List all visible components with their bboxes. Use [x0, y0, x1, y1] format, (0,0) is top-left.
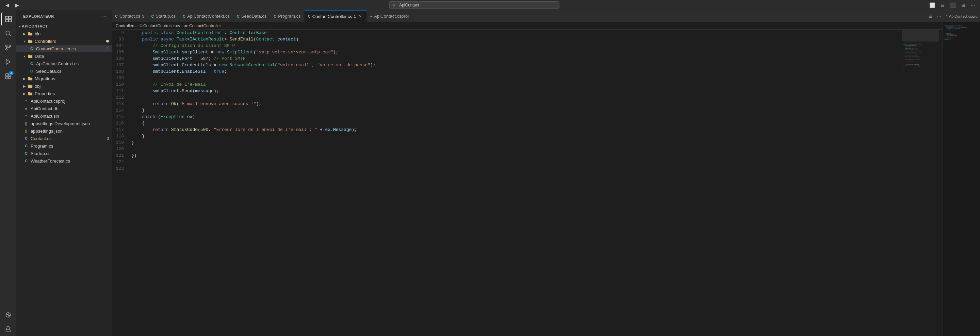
obj-arrow-icon: ▶: [22, 84, 27, 88]
tree-item-migrations[interactable]: ▶ Migrations: [16, 75, 111, 82]
tabs-bar: C Contact.cs 3 C Startup.cs C ApiContact…: [111, 10, 943, 22]
bin-label: bin: [35, 31, 111, 36]
svg-rect-1: [9, 16, 11, 19]
sidebar-header-actions: ···: [101, 13, 108, 20]
sln-file-icon: ≡: [23, 114, 29, 118]
obj-label: obj: [35, 84, 111, 89]
sidebar-header: EXPLORATEUR ···: [16, 10, 111, 22]
minimap-content: public class ContactController Task<IAct…: [902, 41, 939, 74]
right-panel-tabs: ≡ ApiContact.csproj ⊞ ···: [943, 10, 980, 22]
code-line-111: smtpClient.Send(message);: [131, 88, 902, 94]
code-line-122: [131, 159, 902, 165]
svg-point-6: [6, 45, 8, 47]
tab-icon-startup: C: [151, 14, 154, 18]
sidebar-more-button[interactable]: ···: [101, 13, 108, 20]
tree-item-sln[interactable]: ≡ ApiContact.sln: [16, 112, 111, 120]
code-line-117: return StatusCode(500, "Erreur lors de l…: [131, 127, 902, 133]
forward-button[interactable]: ▶: [13, 1, 21, 9]
data-label: Data: [35, 54, 111, 59]
breadcrumb: Controllers › CContactController.cs › Co…: [111, 22, 943, 30]
sidebar-title: EXPLORATEUR: [23, 14, 54, 18]
titlebar-search: [389, 2, 559, 9]
activity-test[interactable]: [2, 322, 15, 336]
tree-item-appsettingsdev[interactable]: {} appsettings.Development.json: [16, 120, 111, 127]
layout-btn-1[interactable]: ⬜: [928, 2, 937, 9]
tree-item-contact[interactable]: C Contact.cs 3: [16, 135, 111, 142]
tab-contactcontroller-cs[interactable]: C ContactController.cs 1 ✕: [305, 10, 367, 22]
tree-item-appsettings[interactable]: {} appsettings.json: [16, 127, 111, 135]
program-file-icon: C: [23, 144, 29, 148]
tree-item-bin[interactable]: ▶ bin: [16, 30, 111, 37]
tab-seeddata-cs[interactable]: C SeedData.cs: [234, 10, 270, 22]
tab-startup-cs[interactable]: C Startup.cs: [148, 10, 179, 22]
back-button[interactable]: ◀: [3, 1, 11, 9]
weatherforecast-label: WeatherForecast.cs: [30, 158, 111, 163]
properties-folder-icon: [27, 91, 33, 96]
tab-contact-cs[interactable]: C Contact.cs 3: [111, 10, 148, 22]
code-area: 9 93 104 105 106 107 108 109 110 111 112…: [111, 30, 943, 336]
contact-badge: 3: [104, 136, 109, 141]
layout-btn-2[interactable]: ⊟: [939, 2, 946, 9]
code-line-112: [131, 94, 902, 101]
svg-rect-3: [9, 19, 11, 22]
tree-item-csproj[interactable]: ≡ ApiContact.csproj: [16, 97, 111, 105]
tree-item-contactcontroller[interactable]: C ContactController.cs 1: [16, 45, 111, 52]
appsettings-file-icon: {}: [23, 129, 29, 133]
tab-split-button[interactable]: ⊟: [927, 13, 934, 19]
activity-remote[interactable]: [2, 308, 15, 322]
tree-item-seeddata[interactable]: C SeedData.cs: [16, 67, 111, 75]
right-tab-icon: ≡: [946, 14, 948, 18]
controllers-modified-dot: [106, 40, 109, 43]
tree-root[interactable]: ▾ APICONTACT: [16, 22, 111, 30]
sidebar: EXPLORATEUR ··· ▾ APICONTACT ▶ bin: [16, 10, 111, 336]
apicontactcontext-file-icon: C: [29, 62, 35, 66]
tree-item-controllers[interactable]: ▾ Controllers: [16, 37, 111, 45]
tab-apicontact-csproj[interactable]: ≡ ApiContact.csproj: [367, 10, 412, 22]
tree-item-program[interactable]: C Program.cs: [16, 142, 111, 150]
tree-item-apicontactcontext[interactable]: C ApiContactContext.cs: [16, 60, 111, 67]
tree-item-data[interactable]: ▾ Data: [16, 52, 111, 60]
tab-close-contactcontroller[interactable]: ✕: [358, 14, 363, 19]
activity-explorer[interactable]: [2, 12, 15, 26]
breadcrumb-controllers[interactable]: Controllers: [116, 24, 135, 28]
contactcontroller-badge: 1: [104, 47, 109, 51]
db-file-icon: ≡: [23, 107, 29, 111]
bin-folder-icon: [27, 31, 33, 36]
code-line-114: }: [131, 107, 902, 114]
layout-btn-3[interactable]: ⬛: [948, 2, 958, 9]
tree-item-weatherforecast[interactable]: C WeatherForecast.cs: [16, 157, 111, 165]
contact-label: Contact.cs: [30, 136, 104, 141]
data-folder-icon: [27, 54, 33, 59]
search-input[interactable]: [389, 2, 559, 9]
editor-area: C Contact.cs 3 C Startup.cs C ApiContact…: [111, 10, 943, 336]
tab-program-cs[interactable]: C Program.cs: [270, 10, 304, 22]
sln-label: ApiContact.sln: [30, 114, 111, 119]
code-line-93: public async Task<IActionResult> SendEma…: [131, 36, 902, 43]
activity-source-control[interactable]: [2, 41, 15, 54]
tab-icon-seeddata: C: [237, 14, 240, 18]
tree-item-obj[interactable]: ▶ obj: [16, 82, 111, 90]
tree-item-properties[interactable]: ▶ Properties: [16, 90, 111, 97]
code-content[interactable]: public class ContactController : Control…: [129, 30, 902, 336]
titlebar: ◀ ▶ ⬜ ⊟ ⬛ ⊞ ···: [0, 0, 980, 10]
tree-item-db[interactable]: ≡ ApiContact.db: [16, 105, 111, 112]
breadcrumb-class[interactable]: ContactController: [184, 24, 221, 28]
csproj-label: ApiContact.csproj: [30, 98, 111, 104]
vertical-scrollbar[interactable]: [939, 30, 943, 336]
activity-extensions[interactable]: 4: [2, 70, 15, 83]
more-actions-button[interactable]: ···: [969, 2, 977, 9]
properties-arrow-icon: ▶: [22, 92, 27, 95]
titlebar-right: ⬜ ⊟ ⬛ ⊞ ···: [928, 2, 977, 9]
tree-item-startup[interactable]: C Startup.cs: [16, 150, 111, 157]
tab-more-button[interactable]: ···: [935, 13, 943, 19]
activity-search[interactable]: [2, 27, 15, 40]
svg-point-8: [6, 49, 8, 50]
tab-label-contactcontroller: ContactController.cs: [312, 14, 352, 19]
tab-label-seeddata: SeedData.cs: [241, 14, 266, 19]
layout-btn-4[interactable]: ⊞: [959, 2, 967, 9]
titlebar-nav: ◀ ▶: [3, 1, 21, 9]
svg-point-7: [9, 45, 11, 47]
breadcrumb-file[interactable]: CContactController.cs: [140, 24, 180, 28]
tab-apicontactcontext-cs[interactable]: C ApiContactContext.cs: [179, 10, 234, 22]
activity-run[interactable]: [2, 55, 15, 69]
